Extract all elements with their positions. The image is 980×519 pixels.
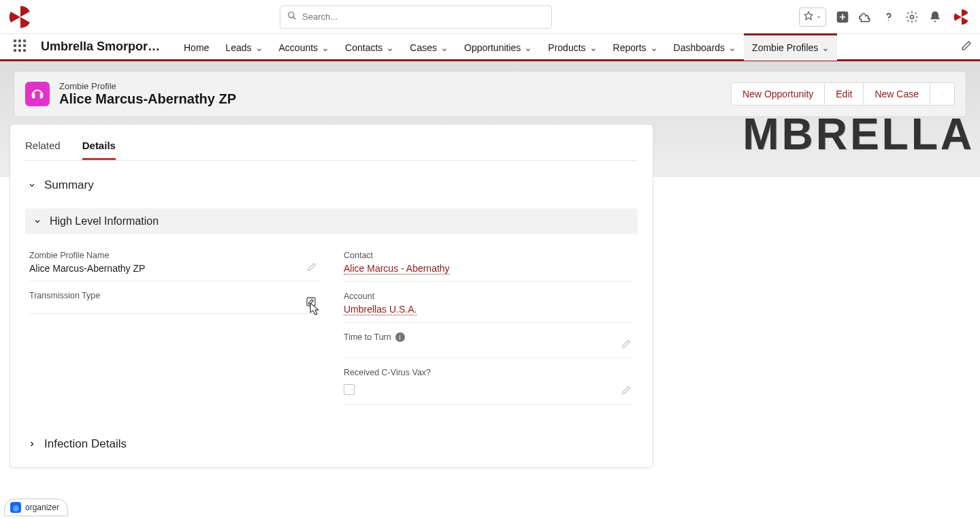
nav-item-label: Cases <box>410 42 437 53</box>
nav-item-label: Dashboards <box>674 42 725 53</box>
nav-item-label: Home <box>184 42 209 53</box>
edit-field-icon[interactable] <box>621 339 631 351</box>
nav-item-accounts[interactable]: Accounts <box>271 33 338 61</box>
field-contact: Contact Alice Marcus - Abernathy <box>344 247 634 282</box>
nav-item-label: Accounts <box>279 42 318 53</box>
chevron-down-icon <box>590 44 597 51</box>
field-label: Account <box>344 292 634 301</box>
nav-item-label: Contacts <box>345 42 382 53</box>
record-name: Alice Marcus-Abernathy ZP <box>59 91 236 107</box>
nav-item-dashboards[interactable]: Dashboards <box>666 33 745 61</box>
svg-marker-3 <box>804 12 813 20</box>
settings-button[interactable] <box>905 10 919 24</box>
edit-nav-icon[interactable] <box>961 40 972 53</box>
organizer-icon: ◎ <box>10 502 21 513</box>
contact-link[interactable]: Alice Marcus - Abernathy <box>344 263 450 274</box>
field-received-vax: Received C-Virus Vax? <box>344 364 634 405</box>
svg-point-6 <box>911 15 914 18</box>
favorites-menu[interactable] <box>799 7 826 27</box>
nav-item-label: Products <box>548 42 585 53</box>
field-profile-name: Zombie Profile Name Alice Marcus-Abernat… <box>29 247 319 281</box>
nav-item-label: Reports <box>613 42 647 53</box>
nav-item-label: Zombie Profiles <box>752 42 818 53</box>
nav-item-zombie-profiles[interactable]: Zombie Profiles <box>744 33 837 61</box>
field-account: Account Umbrellas U.S.A. <box>344 287 634 323</box>
nav-item-opportunities[interactable]: Opportunities <box>456 33 540 61</box>
organizer-label: organizer <box>25 503 59 512</box>
field-label: Zombie Profile Name <box>29 251 319 260</box>
chevron-down-icon <box>387 44 393 51</box>
nav-item-label: Leads <box>225 42 251 53</box>
help-button[interactable] <box>882 10 896 24</box>
field-value: Alice Marcus-Abernathy ZP <box>29 263 319 274</box>
salesforce-button[interactable] <box>859 10 872 24</box>
nav-item-home[interactable]: Home <box>176 33 217 61</box>
chevron-down-icon <box>33 217 43 226</box>
record-type-label: Zombie Profile <box>59 81 236 91</box>
nav-item-leads[interactable]: Leads <box>217 33 270 61</box>
chevron-down-icon <box>256 44 263 51</box>
field-label: Transmission Type <box>29 291 319 300</box>
chevron-down-icon <box>28 180 37 190</box>
field-label: Time to Turn i <box>344 332 634 342</box>
edit-field-icon[interactable] <box>621 386 631 397</box>
section-infection-label: Infection Details <box>44 437 127 451</box>
global-search[interactable] <box>280 5 552 29</box>
svg-point-1 <box>289 12 294 18</box>
tab-details[interactable]: Details <box>82 136 116 160</box>
organizer-badge[interactable]: ◎ organizer <box>4 499 68 516</box>
svg-rect-8 <box>307 298 315 306</box>
app-launcher-icon[interactable] <box>14 40 29 54</box>
section-summary-label: Summary <box>44 178 94 192</box>
edit-field-icon[interactable] <box>307 262 316 274</box>
notifications-button[interactable] <box>928 10 942 24</box>
field-transmission-type: Transmission Type <box>29 287 319 314</box>
svg-point-5 <box>888 20 889 21</box>
nav-item-contacts[interactable]: Contacts <box>337 33 402 61</box>
nav-item-label: Opportunities <box>464 42 521 53</box>
vax-checkbox[interactable] <box>344 384 355 395</box>
section-high-level-label: High Level Information <box>50 215 159 227</box>
user-avatar[interactable] <box>951 7 972 27</box>
tab-related[interactable]: Related <box>25 136 61 160</box>
search-input[interactable] <box>302 12 544 22</box>
section-summary-header[interactable]: Summary <box>25 174 638 196</box>
chevron-down-icon <box>822 44 829 51</box>
edit-button[interactable]: Edit <box>825 82 864 106</box>
edit-field-icon[interactable] <box>306 296 316 309</box>
field-label: Contact <box>344 251 634 260</box>
more-actions-button[interactable] <box>930 82 955 106</box>
nav-item-reports[interactable]: Reports <box>605 33 666 61</box>
record-type-icon <box>25 82 50 106</box>
chevron-down-icon <box>729 44 736 51</box>
section-infection-header[interactable]: Infection Details <box>25 433 638 455</box>
app-name: Umbrella Smorpora... <box>41 40 163 54</box>
star-icon <box>804 11 813 22</box>
section-high-level-header[interactable]: High Level Information <box>25 208 638 234</box>
add-button[interactable] <box>836 10 849 24</box>
nav-item-cases[interactable]: Cases <box>402 33 456 61</box>
chevron-down-icon <box>441 44 448 51</box>
account-link[interactable]: Umbrellas U.S.A. <box>344 304 416 315</box>
chevron-right-icon <box>28 439 37 449</box>
new-case-button[interactable]: New Case <box>864 82 930 106</box>
new-opportunity-button[interactable]: New Opportunity <box>731 82 825 106</box>
chevron-down-icon <box>322 44 329 51</box>
details-panel: Related Details Summary High Level Infor… <box>10 124 653 468</box>
nav-item-products[interactable]: Products <box>540 33 604 61</box>
field-time-to-turn: Time to Turn i <box>344 328 634 358</box>
svg-line-2 <box>293 17 296 20</box>
chevron-down-icon <box>651 44 657 51</box>
record-header: Zombie Profile Alice Marcus-Abernathy ZP… <box>14 71 966 117</box>
umbrella-logo <box>8 5 33 29</box>
search-icon <box>287 11 297 22</box>
info-icon[interactable]: i <box>395 332 405 342</box>
chevron-down-icon <box>816 12 821 22</box>
chevron-down-icon <box>525 44 532 51</box>
field-label: Received C-Virus Vax? <box>344 368 634 377</box>
